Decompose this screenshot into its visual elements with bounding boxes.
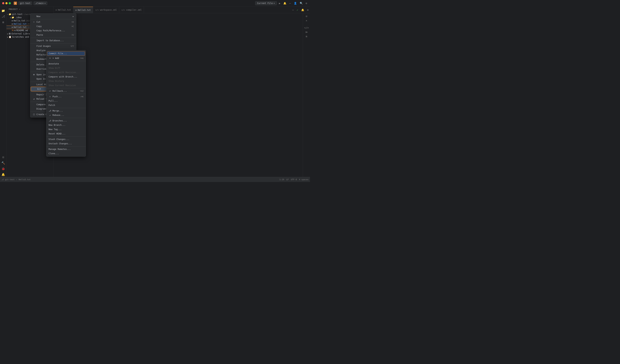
- menu-item-new-tag[interactable]: New Tag...: [46, 127, 86, 131]
- menu-item-rebase[interactable]: ↗ Rebase...: [46, 113, 86, 117]
- menu-item-merge[interactable]: ⎇ Merge...: [46, 109, 86, 113]
- git-submenu: Commit File... + + Add ⌥⌘A Annotate Show…: [46, 50, 86, 157]
- gist-icon: ⬡: [32, 113, 35, 116]
- menu-item-copy-path[interactable]: Copy Path/Reference...: [30, 29, 76, 33]
- menu-item-rollback[interactable]: ↩ Rollback... ⌥⌘Z: [46, 89, 86, 93]
- context-menu-overlay: New ▶ ✂ Cut ⌘X Copy ⌘C Copy Path/Referen…: [0, 0, 310, 182]
- split-icon: ⊞: [32, 73, 35, 76]
- submenu-arrow-icon: ▶: [73, 15, 74, 18]
- menu-item-cut[interactable]: ✂ Cut ⌘X: [30, 20, 76, 24]
- menu-item-new[interactable]: New ▶: [30, 14, 76, 19]
- reload-icon: ↺: [32, 98, 35, 100]
- menu-separator: [46, 136, 86, 137]
- rollback-icon: ↩: [48, 90, 51, 92]
- menu-item-commit-file[interactable]: Commit File...: [47, 51, 85, 56]
- rebase-icon: ↗: [48, 114, 51, 116]
- menu-separator: [46, 118, 86, 118]
- branches-icon: ⎇: [48, 119, 51, 122]
- menu-item-unstash-changes[interactable]: Unstash Changes...: [46, 142, 86, 146]
- menu-item-import[interactable]: Import to Database...: [30, 38, 76, 43]
- push-icon: ↑: [48, 95, 51, 98]
- menu-item-clone[interactable]: Clone...: [46, 151, 86, 156]
- add-icon: +: [48, 57, 51, 59]
- menu-separator: [30, 38, 76, 38]
- menu-item-show-current-revision: Show Current Revision: [46, 83, 86, 87]
- menu-item-reset-head[interactable]: Reset HEAD...: [46, 131, 86, 136]
- menu-item-compare-revision: Compare with Revision...: [46, 70, 86, 75]
- menu-separator: [46, 108, 86, 108]
- menu-item-manage-remotes[interactable]: Manage Remotes...: [46, 147, 86, 151]
- menu-item-compare-branch[interactable]: Compare with Branch...: [46, 75, 86, 79]
- menu-separator: [46, 146, 86, 146]
- menu-item-branches[interactable]: ⎇ Branches...: [46, 118, 86, 123]
- menu-item-show-diff: Show Diff: [46, 66, 86, 70]
- menu-item-stash-changes[interactable]: Stash Changes...: [46, 137, 86, 142]
- menu-item-push[interactable]: ↑ Push... ⇧⌘K: [46, 94, 86, 99]
- menu-item-copy[interactable]: Copy ⌘C: [30, 24, 76, 29]
- menu-item-fetch[interactable]: Fetch: [46, 103, 86, 107]
- menu-separator: [46, 61, 86, 61]
- menu-item-new-branch[interactable]: New Branch...: [46, 123, 86, 127]
- menu-item-pull[interactable]: Pull...: [46, 99, 86, 103]
- merge-icon: ⎇: [48, 110, 51, 112]
- menu-item-add[interactable]: + + Add ⌥⌘A: [46, 56, 86, 60]
- menu-item-find-usages[interactable]: Find Usages ⌥F7: [30, 44, 76, 48]
- menu-separator: [46, 94, 86, 94]
- menu-item-paste[interactable]: Paste ⌘V: [30, 33, 76, 37]
- menu-item-annotate[interactable]: Annotate: [46, 62, 86, 66]
- cut-icon: ✂: [32, 21, 35, 23]
- menu-item-show-history: Show History: [46, 79, 86, 83]
- menu-separator: [30, 43, 76, 44]
